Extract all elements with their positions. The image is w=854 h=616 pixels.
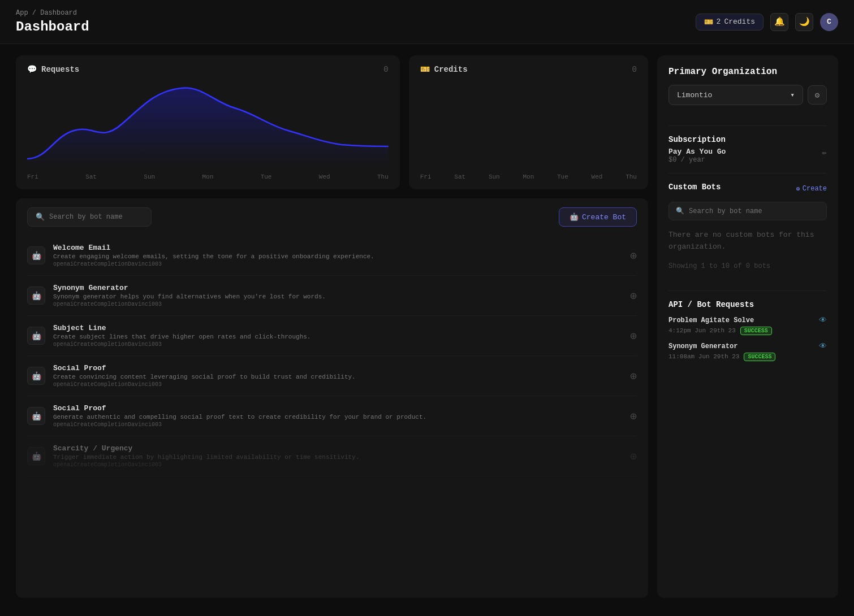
requests-chart-area xyxy=(27,80,389,170)
bot-items-container: 🤖 Welcome Email Create engaging welcome … xyxy=(27,236,637,476)
bot-desc: Synonym generator helps you find alterna… xyxy=(53,293,622,300)
left-column: 💬 Requests 0 xyxy=(16,55,648,598)
org-settings-button[interactable]: ⚙ xyxy=(808,85,827,105)
label-sat: Sat xyxy=(85,173,97,180)
custom-bots-label: Custom Bots xyxy=(668,183,721,192)
org-dropdown[interactable]: Limontio ▾ xyxy=(668,85,803,105)
avatar[interactable]: C xyxy=(820,13,838,31)
api-items-container: Problem Agitate Solve 👁 4:12pm Jun 29th … xyxy=(668,316,827,368)
c-label-fri: Fri xyxy=(420,173,432,180)
bot-icon: 🤖 xyxy=(27,327,45,345)
credits-chart-labels: Fri Sat Sun Mon Tue Wed Thu xyxy=(420,173,637,180)
custom-bot-search[interactable]: 🔍 xyxy=(668,202,827,220)
bot-search-input[interactable] xyxy=(49,213,143,221)
bot-icon: 🤖 xyxy=(27,447,45,465)
bot-info: Synonym Generator Synonym generator help… xyxy=(53,284,622,307)
no-bots-message: There are no custom bots for this organi… xyxy=(668,229,827,253)
api-item-top: Synonym Generator 👁 xyxy=(668,342,827,351)
bot-name: Social Proof xyxy=(53,404,622,413)
bot-list-item[interactable]: 🤖 Welcome Email Create engaging welcome … xyxy=(27,236,637,276)
requests-icon: 💬 xyxy=(27,64,37,74)
credits-chart-area xyxy=(420,80,637,170)
bot-list-item[interactable]: 🤖 Subject Line Create subject lines that… xyxy=(27,316,637,356)
divider-1 xyxy=(668,125,827,126)
bot-list-card: 🔍 🤖 Create Bot 🤖 Welcome Email Create en… xyxy=(16,198,648,598)
view-icon[interactable]: 👁 xyxy=(819,316,827,325)
plus-icon: ⊕ xyxy=(796,185,800,193)
bot-add-button[interactable]: ⊕ xyxy=(630,249,637,263)
create-custom-bot-link[interactable]: ⊕ Create xyxy=(796,185,827,193)
primary-org-title: Primary Organization xyxy=(668,67,827,77)
c-label-sat: Sat xyxy=(454,173,465,180)
edit-subscription-button[interactable]: ✏ xyxy=(822,148,827,157)
bell-button[interactable]: 🔔 xyxy=(770,13,788,31)
c-label-tue: Tue xyxy=(557,173,568,180)
credits-chart-header: 🎫 Credits 0 xyxy=(420,64,637,74)
bot-add-button[interactable]: ⊕ xyxy=(630,409,637,423)
bot-search-box[interactable]: 🔍 xyxy=(27,207,152,227)
bot-name: Scarcity / Urgency xyxy=(53,444,622,453)
bot-info: Social Proof Generate authentic and comp… xyxy=(53,404,622,428)
moon-icon: 🌙 xyxy=(799,16,810,27)
api-request-item: Synonym Generator 👁 11:08am Jun 29th 23 … xyxy=(668,342,827,361)
credits-chart-icon: 🎫 xyxy=(420,64,430,74)
bot-list-item[interactable]: 🤖 Social Proof Create convincing content… xyxy=(27,356,637,396)
bot-add-button[interactable]: ⊕ xyxy=(630,369,637,383)
theme-button[interactable]: 🌙 xyxy=(795,13,813,31)
plan-name: Pay As You Go xyxy=(668,148,726,156)
page-title: Dashboard xyxy=(16,19,89,34)
api-time: 4:12pm Jun 29th 23 xyxy=(668,327,736,334)
c-label-thu: Thu xyxy=(626,173,637,180)
bot-desc: Create convincing content leveraging soc… xyxy=(53,374,622,380)
status-badge: SUCCESS xyxy=(744,353,775,361)
credits-svg xyxy=(420,80,637,164)
api-item-top: Problem Agitate Solve 👁 xyxy=(668,316,827,325)
subscription-row: Pay As You Go $0 / year ✏ xyxy=(668,148,827,164)
credits-count: 2 xyxy=(717,18,721,26)
bot-name: Subject Line xyxy=(53,324,622,332)
api-time: 11:08am Jun 29th 23 xyxy=(668,353,739,360)
create-bot-button[interactable]: 🤖 Create Bot xyxy=(559,207,637,227)
api-bot-name: Problem Agitate Solve xyxy=(668,316,754,324)
topbar-right: 🎫 2 Credits 🔔 🌙 C xyxy=(696,13,838,31)
bot-desc: Trigger immediate action by highlighting… xyxy=(53,454,622,461)
bot-model: openaiCreateCompletionDavinci003 xyxy=(53,381,622,388)
c-label-mon: Mon xyxy=(523,173,534,180)
label-tue: Tue xyxy=(261,173,272,180)
status-badge: SUCCESS xyxy=(740,327,772,335)
view-icon[interactable]: 👁 xyxy=(819,342,827,351)
credits-badge[interactable]: 🎫 2 Credits xyxy=(696,14,764,31)
gear-icon: ⚙ xyxy=(815,90,820,100)
credits-chart-title: 🎫 Credits xyxy=(420,64,468,74)
bot-add-button[interactable]: ⊕ xyxy=(630,449,637,463)
label-wed: Wed xyxy=(319,173,330,180)
bot-add-button[interactable]: ⊕ xyxy=(630,329,637,343)
subscription-label: Subscription xyxy=(668,135,827,144)
c-label-sun: Sun xyxy=(489,173,500,180)
bot-list-item[interactable]: 🤖 Scarcity / Urgency Trigger immediate a… xyxy=(27,436,637,476)
bot-icon: 🤖 xyxy=(27,407,45,425)
requests-svg xyxy=(27,80,389,164)
requests-chart-title: 💬 Requests xyxy=(27,64,79,74)
bot-icon: 🤖 xyxy=(27,287,45,305)
api-item-bottom: 11:08am Jun 29th 23 SUCCESS xyxy=(668,353,827,361)
bot-list-header: 🔍 🤖 Create Bot xyxy=(27,207,637,227)
plan-price: $0 / year xyxy=(668,156,726,164)
bell-icon: 🔔 xyxy=(774,16,785,27)
divider-3 xyxy=(668,290,827,291)
credits-icon: 🎫 xyxy=(704,18,713,27)
search-icon-right: 🔍 xyxy=(676,207,684,215)
bot-model: openaiCreateCompletionDavinci003 xyxy=(53,261,622,267)
requests-chart-labels: Fri Sat Sun Mon Tue Wed Thu xyxy=(27,173,389,180)
topbar-left: App / Dashboard Dashboard xyxy=(16,9,89,34)
api-bot-name: Synonym Generator xyxy=(668,342,737,350)
bot-model: openaiCreateCompletionDavinci003 xyxy=(53,422,622,428)
custom-bot-search-input[interactable] xyxy=(689,207,820,215)
bot-add-button[interactable]: ⊕ xyxy=(630,289,637,303)
bot-list-item[interactable]: 🤖 Social Proof Generate authentic and co… xyxy=(27,396,637,436)
label-mon: Mon xyxy=(202,173,213,180)
bot-list-item[interactable]: 🤖 Synonym Generator Synonym generator he… xyxy=(27,276,637,316)
requests-chart-card: 💬 Requests 0 xyxy=(16,55,400,189)
showing-text: Showing 1 to 10 of 0 bots xyxy=(668,262,827,270)
api-item-bottom: 4:12pm Jun 29th 23 SUCCESS xyxy=(668,327,827,335)
